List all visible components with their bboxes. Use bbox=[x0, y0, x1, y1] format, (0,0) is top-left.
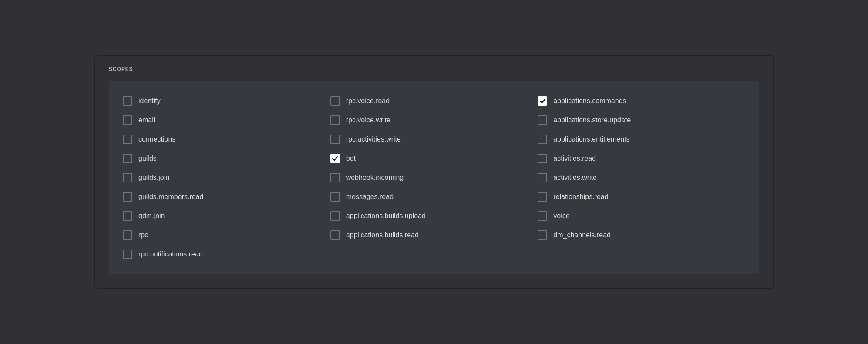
scope-item-bot[interactable]: bot bbox=[330, 149, 538, 168]
scope-checkbox-rpc.voice.write[interactable] bbox=[330, 115, 340, 125]
scope-checkbox-messages.read[interactable] bbox=[330, 192, 340, 202]
scope-label-webhook.incoming: webhook.incoming bbox=[346, 174, 404, 182]
scope-label-applications.store.update: applications.store.update bbox=[553, 116, 631, 124]
scope-checkbox-identify[interactable] bbox=[123, 96, 132, 106]
scope-item-messages.read[interactable]: messages.read bbox=[330, 187, 538, 206]
scope-item-guilds.members.read[interactable]: guilds.members.read bbox=[123, 187, 330, 206]
scope-label-rpc.voice.read: rpc.voice.read bbox=[346, 97, 390, 105]
scope-column-2: applications.commandsapplications.store.… bbox=[538, 91, 745, 264]
scope-checkbox-connections[interactable] bbox=[123, 135, 132, 144]
scope-label-rpc.activities.write: rpc.activities.write bbox=[346, 135, 401, 143]
scope-label-guilds.join: guilds.join bbox=[138, 174, 169, 182]
scope-label-email: email bbox=[138, 116, 155, 124]
scope-item-activities.write[interactable]: activities.write bbox=[538, 168, 745, 187]
scope-checkbox-webhook.incoming[interactable] bbox=[330, 173, 340, 182]
scope-checkbox-dm_channels.read[interactable] bbox=[538, 230, 547, 240]
scope-label-applications.entitlements: applications.entitlements bbox=[553, 135, 629, 143]
scope-item-applications.store.update[interactable]: applications.store.update bbox=[538, 111, 745, 130]
scope-checkbox-applications.builds.upload[interactable] bbox=[330, 211, 340, 221]
scope-item-webhook.incoming[interactable]: webhook.incoming bbox=[330, 168, 538, 187]
scope-item-guilds[interactable]: guilds bbox=[123, 149, 330, 168]
scope-item-relationships.read[interactable]: relationships.read bbox=[538, 187, 745, 206]
scope-checkbox-email[interactable] bbox=[123, 115, 132, 125]
scope-checkbox-rpc[interactable] bbox=[123, 230, 132, 240]
scope-label-rpc.notifications.read: rpc.notifications.read bbox=[138, 250, 203, 258]
scope-item-identify[interactable]: identify bbox=[123, 91, 330, 111]
scope-item-gdm.join[interactable]: gdm.join bbox=[123, 206, 330, 226]
scope-label-bot: bot bbox=[346, 155, 356, 162]
scope-item-applications.builds.upload[interactable]: applications.builds.upload bbox=[330, 206, 538, 226]
scope-checkbox-voice[interactable] bbox=[538, 211, 547, 221]
scope-checkbox-rpc.notifications.read[interactable] bbox=[123, 250, 132, 259]
scope-label-gdm.join: gdm.join bbox=[138, 212, 165, 220]
scope-item-rpc.notifications.read[interactable]: rpc.notifications.read bbox=[123, 245, 330, 264]
scope-checkbox-activities.write[interactable] bbox=[538, 173, 547, 182]
scope-label-guilds.members.read: guilds.members.read bbox=[138, 193, 203, 201]
scope-checkbox-guilds.join[interactable] bbox=[123, 173, 132, 182]
scope-label-activities.read: activities.read bbox=[553, 155, 596, 162]
scope-label-rpc: rpc bbox=[138, 231, 148, 239]
scope-checkbox-gdm.join[interactable] bbox=[123, 211, 132, 221]
scope-item-dm_channels.read[interactable]: dm_channels.read bbox=[538, 226, 745, 245]
scope-checkbox-applications.store.update[interactable] bbox=[538, 115, 547, 125]
scope-label-messages.read: messages.read bbox=[346, 193, 394, 201]
scope-column-0: identifyemailconnectionsguildsguilds.joi… bbox=[123, 91, 330, 264]
scope-checkbox-bot[interactable] bbox=[330, 154, 340, 163]
scope-checkbox-applications.entitlements[interactable] bbox=[538, 135, 547, 144]
scope-label-connections: connections bbox=[138, 135, 175, 143]
scope-checkbox-applications.commands[interactable] bbox=[538, 96, 547, 106]
scope-label-identify: identify bbox=[138, 97, 161, 105]
scope-checkbox-applications.builds.read[interactable] bbox=[330, 230, 340, 240]
scope-label-guilds: guilds bbox=[138, 155, 157, 162]
scope-label-activities.write: activities.write bbox=[553, 174, 597, 182]
scopes-grid: identifyemailconnectionsguildsguilds.joi… bbox=[123, 91, 745, 264]
scope-checkbox-guilds[interactable] bbox=[123, 154, 132, 163]
scope-item-rpc.activities.write[interactable]: rpc.activities.write bbox=[330, 130, 538, 149]
scope-label-applications.commands: applications.commands bbox=[553, 97, 626, 105]
scope-label-relationships.read: relationships.read bbox=[553, 193, 608, 201]
scope-item-voice[interactable]: voice bbox=[538, 206, 745, 226]
scope-item-rpc.voice.read[interactable]: rpc.voice.read bbox=[330, 91, 538, 111]
scope-checkbox-activities.read[interactable] bbox=[538, 154, 547, 163]
scope-label-rpc.voice.write: rpc.voice.write bbox=[346, 116, 390, 124]
scope-item-guilds.join[interactable]: guilds.join bbox=[123, 168, 330, 187]
scopes-title: SCOPES bbox=[109, 66, 759, 72]
scope-item-email[interactable]: email bbox=[123, 111, 330, 130]
scope-label-applications.builds.upload: applications.builds.upload bbox=[346, 212, 426, 220]
scope-checkbox-relationships.read[interactable] bbox=[538, 192, 547, 202]
scope-label-applications.builds.read: applications.builds.read bbox=[346, 231, 419, 239]
scopes-grid-wrapper: identifyemailconnectionsguildsguilds.joi… bbox=[109, 81, 759, 274]
scopes-container: SCOPES identifyemailconnectionsguildsgui… bbox=[94, 55, 774, 289]
scope-item-applications.commands[interactable]: applications.commands bbox=[538, 91, 745, 111]
scope-item-rpc.voice.write[interactable]: rpc.voice.write bbox=[330, 111, 538, 130]
scope-item-applications.entitlements[interactable]: applications.entitlements bbox=[538, 130, 745, 149]
scope-item-connections[interactable]: connections bbox=[123, 130, 330, 149]
scope-item-applications.builds.read[interactable]: applications.builds.read bbox=[330, 226, 538, 245]
scope-label-dm_channels.read: dm_channels.read bbox=[553, 231, 611, 239]
scope-checkbox-guilds.members.read[interactable] bbox=[123, 192, 132, 202]
scope-checkbox-rpc.voice.read[interactable] bbox=[330, 96, 340, 106]
scope-checkbox-rpc.activities.write[interactable] bbox=[330, 135, 340, 144]
scope-label-voice: voice bbox=[553, 212, 569, 220]
scope-item-rpc[interactable]: rpc bbox=[123, 226, 330, 245]
scope-item-activities.read[interactable]: activities.read bbox=[538, 149, 745, 168]
scope-column-1: rpc.voice.readrpc.voice.writerpc.activit… bbox=[330, 91, 538, 264]
